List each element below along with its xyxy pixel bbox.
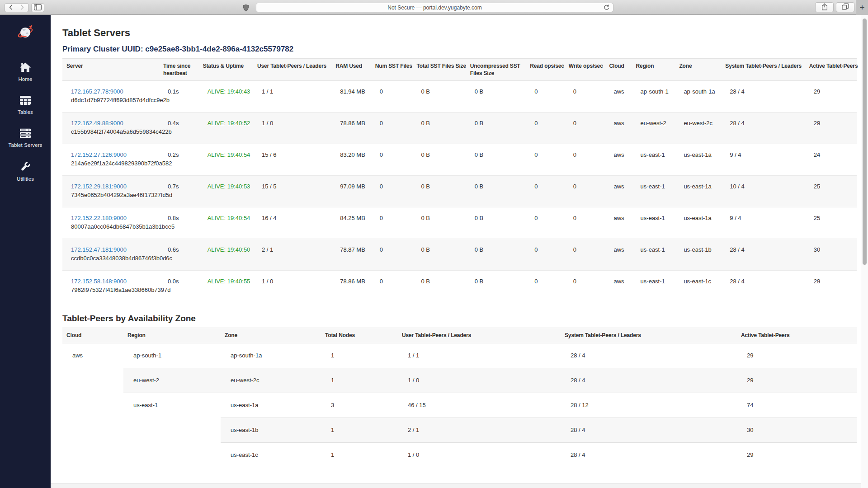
cell-num-sst: 0: [371, 113, 413, 144]
az-cell: 1 / 0: [398, 368, 561, 393]
server-link[interactable]: 172.152.58.148:9000: [71, 278, 127, 285]
server-link[interactable]: 172.162.49.88:9000: [71, 120, 123, 127]
tablet-servers-table: ServerTime since heartbeatStatus & Uptim…: [62, 58, 857, 302]
yugabyte-logo[interactable]: [16, 23, 35, 42]
cell-zone: us-east-1a: [675, 176, 721, 207]
cell-sys-tp: 28 / 4: [721, 271, 805, 302]
az-cell: 29: [737, 368, 857, 393]
server-cell: 172.165.27.78:9000d6dc1d7b97724ff693d857…: [62, 81, 159, 113]
cell-user-tp: 1 / 1: [253, 81, 331, 113]
cell-uncomp-sst: 0 B: [466, 207, 526, 239]
sidebar-item-label: Tables: [18, 109, 33, 115]
cell-read-ops: 0: [526, 207, 565, 239]
home-icon: [19, 62, 31, 74]
az-cell: 1: [321, 418, 398, 442]
privacy-shield-icon[interactable]: [240, 3, 252, 12]
cell-num-sst: 0: [371, 81, 413, 113]
cell-num-sst: 0: [371, 207, 413, 239]
share-button[interactable]: [815, 2, 834, 12]
cell-uncomp-sst: 0 B: [466, 271, 526, 302]
server-link[interactable]: 172.152.27.126:9000: [71, 151, 127, 158]
server-row: 172.152.27.126:9000214a6e29f1a24c4498293…: [62, 144, 857, 176]
az-cell: 3: [321, 393, 398, 418]
cell-num-sst: 0: [371, 176, 413, 207]
cell-total-sst: 0 B: [413, 144, 466, 176]
sidebar-item-label: Home: [18, 76, 32, 82]
reload-icon[interactable]: [604, 5, 609, 12]
sidebar-item-tables[interactable]: Tables: [9, 95, 42, 115]
az-column-header: Total Nodes: [321, 328, 398, 343]
address-bar-text: Not Secure — portal.dev.yugabyte.com: [387, 5, 482, 11]
cell-write-ops: 0: [565, 176, 605, 207]
servers-column-header: Active Tablet-Peers: [805, 59, 857, 81]
server-link[interactable]: 172.152.22.180:9000: [71, 215, 127, 221]
cell-user-tp: 16 / 4: [253, 207, 331, 239]
page-scrollbar[interactable]: [861, 15, 868, 488]
cell-user-tp: 1 / 0: [253, 113, 331, 144]
cell-cloud: aws: [605, 144, 632, 176]
cell-active-tp: 29: [805, 271, 857, 302]
server-uuid: ccdb0c0ca33448038b4d86746f3b0d6c: [71, 255, 156, 262]
server-cell: 172.152.29.181:90007345e0652b404292a3ae4…: [62, 176, 159, 207]
cell-active-tp: 30: [805, 239, 857, 271]
cell-cloud: aws: [605, 271, 632, 302]
scrollbar-thumb[interactable]: [863, 19, 867, 265]
az-cell: 1 / 1: [398, 343, 561, 368]
cell-ram: 78.86 MB: [331, 113, 371, 144]
cell-sys-tp: 9 / 4: [721, 207, 805, 239]
browser-forward-button[interactable]: [16, 3, 28, 12]
browser-toolbar: Not Secure — portal.dev.yugabyte.com +: [0, 0, 868, 15]
server-row: 172.152.22.180:900080007aa0cc064db6847b3…: [62, 207, 857, 239]
cell-read-ops: 0: [526, 81, 565, 113]
cell-write-ops: 0: [565, 81, 605, 113]
cell-num-sst: 0: [371, 144, 413, 176]
servers-column-header: System Tablet-Peers / Leaders: [721, 59, 805, 81]
az-cell: aws: [62, 343, 123, 467]
az-cell: 28 / 4: [561, 343, 737, 368]
tables-icon: [19, 95, 31, 107]
cell-write-ops: 0: [565, 113, 605, 144]
servers-column-header: Read ops/sec: [526, 59, 565, 81]
share-icon: [821, 3, 828, 12]
servers-column-header: Region: [632, 59, 675, 81]
cell-active-tp: 24: [805, 144, 857, 176]
next-section-strip: [51, 483, 861, 488]
address-bar[interactable]: Not Secure — portal.dev.yugabyte.com: [256, 3, 613, 12]
server-uuid: 214a6e29f1a24c449829390b72f0a582: [71, 160, 156, 167]
browser-back-button[interactable]: [5, 3, 17, 12]
tabs-overview-button[interactable]: [836, 2, 854, 12]
sidebar-toggle-icon: [34, 4, 42, 12]
servers-column-header: Write ops/sec: [565, 59, 605, 81]
page-title: Tablet Servers: [62, 27, 857, 39]
cell-ram: 78.87 MB: [331, 239, 371, 271]
sidebar-item-home[interactable]: Home: [9, 62, 42, 82]
az-table: CloudRegionZoneTotal NodesUser Tablet-Pe…: [62, 328, 857, 467]
az-cell: 74: [737, 393, 857, 418]
server-link[interactable]: 172.165.27.78:9000: [71, 88, 123, 95]
cell-total-sst: 0 B: [413, 81, 466, 113]
tabs-overview-icon: [842, 3, 849, 11]
cell-zone: us-east-1a: [675, 144, 721, 176]
server-link[interactable]: 172.152.29.181:9000: [71, 183, 127, 190]
server-uuid: 7962f975327f41f6a1ae338660b7397d: [71, 286, 156, 293]
utilities-icon: [20, 161, 31, 174]
az-cell: us-east-1b: [221, 418, 321, 442]
cell-status: ALIVE: 19:40:50: [199, 239, 253, 271]
cell-num-sst: 0: [371, 239, 413, 271]
az-cell: 28 / 4: [561, 368, 737, 393]
cell-write-ops: 0: [565, 271, 605, 302]
browser-sidebar-toggle-button[interactable]: [31, 3, 44, 12]
server-link[interactable]: 172.152.47.181:9000: [71, 246, 127, 253]
cell-uncomp-sst: 0 B: [466, 239, 526, 271]
sidebar-item-utilities[interactable]: Utilities: [9, 161, 42, 182]
az-column-header: User Tablet-Peers / Leaders: [398, 328, 561, 343]
cell-cloud: aws: [605, 239, 632, 271]
cell-read-ops: 0: [526, 239, 565, 271]
cell-status: ALIVE: 19:40:54: [199, 144, 253, 176]
cell-zone: us-east-1a: [675, 207, 721, 239]
az-row: us-east-1us-east-1a346 / 1528 / 1274: [62, 393, 857, 418]
new-tab-button[interactable]: +: [856, 0, 868, 15]
az-cell: 46 / 15: [398, 393, 561, 418]
sidebar-item-tablet-servers[interactable]: Tablet Servers: [9, 128, 42, 148]
servers-column-header: Cloud: [605, 59, 632, 81]
